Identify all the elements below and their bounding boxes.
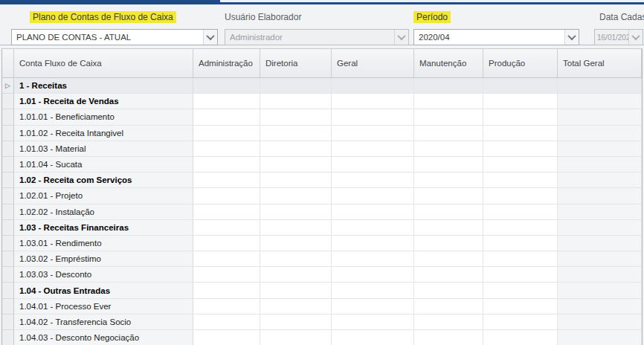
- value-cell[interactable]: [193, 283, 260, 298]
- table-row[interactable]: 1.01.04 - Sucata: [2, 157, 642, 172]
- value-cell[interactable]: [193, 109, 260, 125]
- value-cell[interactable]: [260, 330, 332, 345]
- total-cell[interactable]: [558, 220, 642, 236]
- conta-cell[interactable]: 1.03.02 - Empréstimo: [14, 251, 193, 267]
- value-cell[interactable]: [414, 283, 483, 298]
- total-cell[interactable]: [558, 299, 642, 315]
- chevron-down-icon[interactable]: [203, 30, 217, 45]
- value-cell[interactable]: [260, 251, 332, 267]
- value-cell[interactable]: [193, 330, 260, 345]
- column-header[interactable]: Total Geral: [558, 49, 642, 78]
- value-cell[interactable]: [483, 172, 558, 188]
- row-indicator-cell[interactable]: [2, 157, 14, 172]
- value-cell[interactable]: [483, 299, 558, 315]
- row-indicator-cell[interactable]: [2, 283, 14, 298]
- column-header[interactable]: Produção: [483, 49, 558, 78]
- value-cell[interactable]: [483, 204, 558, 220]
- value-cell[interactable]: [414, 141, 483, 157]
- row-indicator-cell[interactable]: [2, 299, 14, 315]
- value-cell[interactable]: [260, 315, 332, 330]
- value-cell[interactable]: [483, 267, 558, 283]
- total-cell[interactable]: [558, 78, 642, 94]
- value-cell[interactable]: [414, 188, 483, 204]
- total-cell[interactable]: [558, 330, 642, 345]
- value-cell[interactable]: [193, 315, 260, 330]
- column-header[interactable]: Manutenção: [414, 49, 483, 78]
- total-cell[interactable]: [558, 204, 642, 220]
- table-row[interactable]: 1.03.03 - Desconto: [2, 267, 642, 283]
- value-cell[interactable]: [414, 315, 483, 330]
- conta-cell[interactable]: 1.04.02 - Transferencia Socio: [14, 315, 193, 330]
- value-cell[interactable]: [414, 330, 483, 345]
- table-row[interactable]: 1.02.02 - Instalação: [2, 204, 642, 220]
- value-cell[interactable]: [483, 126, 558, 141]
- value-cell[interactable]: [332, 78, 414, 94]
- value-cell[interactable]: [332, 299, 414, 315]
- value-cell[interactable]: [332, 109, 414, 125]
- plano-de-contas-combo[interactable]: PLANO DE CONTAS - ATUAL: [11, 29, 218, 45]
- value-cell[interactable]: [260, 299, 332, 315]
- row-indicator-cell[interactable]: [2, 236, 14, 251]
- value-cell[interactable]: [332, 188, 414, 204]
- value-cell[interactable]: [332, 172, 414, 188]
- conta-cell[interactable]: 1.01 - Receita de Vendas: [14, 94, 193, 109]
- value-cell[interactable]: [260, 126, 332, 141]
- value-cell[interactable]: [483, 109, 558, 125]
- value-cell[interactable]: [332, 283, 414, 298]
- row-indicator-cell[interactable]: [2, 94, 14, 109]
- value-cell[interactable]: [260, 283, 332, 298]
- table-row[interactable]: 1.01 - Receita de Vendas: [2, 94, 642, 109]
- value-cell[interactable]: [332, 94, 414, 109]
- value-cell[interactable]: [414, 109, 483, 125]
- row-indicator-cell[interactable]: [2, 109, 14, 125]
- value-cell[interactable]: [193, 78, 260, 94]
- total-cell[interactable]: [558, 315, 642, 330]
- row-indicator-cell[interactable]: [2, 204, 14, 220]
- value-cell[interactable]: [332, 330, 414, 345]
- value-cell[interactable]: [332, 126, 414, 141]
- value-cell[interactable]: [193, 188, 260, 204]
- value-cell[interactable]: [414, 220, 483, 236]
- value-cell[interactable]: [193, 126, 260, 141]
- conta-cell[interactable]: 1.03.01 - Rendimento: [14, 236, 193, 251]
- total-cell[interactable]: [558, 267, 642, 283]
- column-header[interactable]: Conta Fluxo de Caixa: [14, 49, 193, 78]
- value-cell[interactable]: [193, 236, 260, 251]
- table-row[interactable]: 1.03.01 - Rendimento: [2, 236, 642, 251]
- value-cell[interactable]: [483, 220, 558, 236]
- value-cell[interactable]: [414, 157, 483, 172]
- value-cell[interactable]: [193, 172, 260, 188]
- table-row[interactable]: 1.04 - Outras Entradas: [2, 283, 642, 298]
- value-cell[interactable]: [332, 204, 414, 220]
- value-cell[interactable]: [483, 157, 558, 172]
- row-indicator-cell[interactable]: [2, 172, 14, 188]
- column-header[interactable]: Administração: [193, 49, 260, 78]
- total-cell[interactable]: [558, 283, 642, 298]
- total-cell[interactable]: [558, 188, 642, 204]
- conta-cell[interactable]: 1.04.03 - Desconto Negociação: [14, 330, 193, 345]
- row-indicator-cell[interactable]: ▷: [2, 78, 14, 94]
- table-row[interactable]: 1.03 - Receitas Financeiras: [2, 220, 642, 236]
- value-cell[interactable]: [332, 220, 414, 236]
- total-cell[interactable]: [558, 236, 642, 251]
- row-indicator-cell[interactable]: [2, 141, 14, 157]
- conta-cell[interactable]: 1.03.03 - Desconto: [14, 267, 193, 283]
- value-cell[interactable]: [260, 94, 332, 109]
- conta-cell[interactable]: 1.01.01 - Beneficiamento: [14, 109, 193, 125]
- total-cell[interactable]: [558, 94, 642, 109]
- value-cell[interactable]: [260, 267, 332, 283]
- value-cell[interactable]: [193, 220, 260, 236]
- value-cell[interactable]: [414, 251, 483, 267]
- value-cell[interactable]: [260, 204, 332, 220]
- total-cell[interactable]: [558, 172, 642, 188]
- column-header[interactable]: Geral: [332, 49, 414, 78]
- value-cell[interactable]: [332, 267, 414, 283]
- value-cell[interactable]: [332, 141, 414, 157]
- row-indicator-cell[interactable]: [2, 126, 14, 141]
- table-row[interactable]: 1.01.02 - Receita Intangivel: [2, 126, 642, 141]
- conta-cell[interactable]: 1 - Receitas: [14, 78, 193, 94]
- row-indicator-cell[interactable]: [2, 220, 14, 236]
- value-cell[interactable]: [483, 330, 558, 345]
- value-cell[interactable]: [483, 283, 558, 298]
- value-cell[interactable]: [483, 251, 558, 267]
